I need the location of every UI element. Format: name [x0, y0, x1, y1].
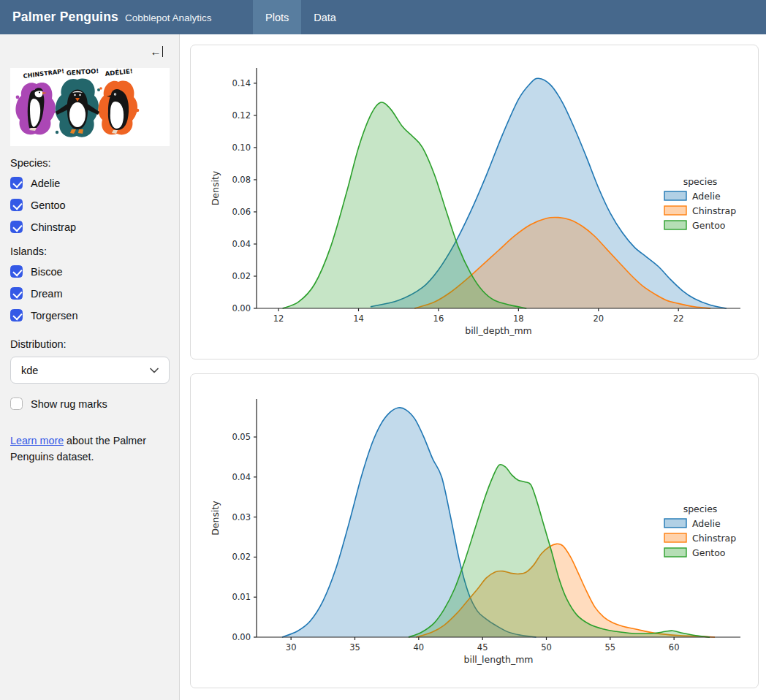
- dream-checkbox[interactable]: [10, 287, 23, 300]
- sidebar: ←: [0, 34, 180, 700]
- app-brand: Palmer Penguins Cobblepot Analytics: [0, 9, 253, 25]
- chevron-down-icon: [150, 368, 159, 373]
- y-axis-label: Density: [210, 501, 221, 536]
- legend-label-gentoo: Gentoo: [692, 220, 726, 231]
- app-title: Palmer Penguins: [12, 9, 118, 25]
- y-tick-label: 0.12: [232, 110, 251, 121]
- distribution-select-value: kde: [21, 365, 150, 376]
- nav-tabs: Plots Data: [253, 0, 349, 34]
- x-tick-label: 18: [513, 313, 524, 324]
- x-tick-label: 12: [273, 313, 284, 324]
- y-axis-label: Density: [210, 170, 221, 205]
- app-window: Palmer Penguins Cobblepot Analytics Plot…: [0, 0, 766, 700]
- y-tick-label: 0.02: [232, 271, 251, 281]
- dream-checkbox-label: Dream: [31, 288, 63, 300]
- species-section-label: Species:: [10, 157, 169, 169]
- legend-title: species: [683, 176, 718, 187]
- x-axis-label: bill_length_mm: [463, 654, 533, 665]
- checkbox-row-torgersen[interactable]: Torgersen: [10, 309, 169, 322]
- collapse-sidebar-icon[interactable]: ←: [151, 46, 164, 57]
- x-tick-label: 45: [477, 642, 488, 653]
- x-tick-label: 55: [605, 642, 616, 653]
- dataset-note: Learn more about the Palmer Penguins dat…: [10, 433, 156, 465]
- tab-plots[interactable]: Plots: [253, 0, 301, 34]
- density-plot-bill-length: 0.000.010.020.030.040.0530354045505560bi…: [191, 374, 758, 688]
- x-tick-label: 35: [349, 642, 360, 653]
- islands-section-label: Islands:: [10, 246, 169, 257]
- checkbox-row-adelie[interactable]: Adelie: [10, 177, 169, 189]
- y-tick-label: 0.04: [232, 472, 251, 482]
- bill-depth-plot-card: 0.000.020.040.060.080.100.120.1412141618…: [190, 45, 759, 359]
- y-tick-label: 0.06: [232, 207, 251, 217]
- legend-title: species: [683, 503, 718, 514]
- y-tick-label: 0.00: [232, 632, 251, 642]
- y-tick-label: 0.00: [232, 303, 251, 313]
- x-tick-label: 50: [541, 642, 552, 653]
- legend-label-chinstrap: Chinstrap: [692, 205, 736, 216]
- checkbox-row-chinstrap[interactable]: Chinstrap: [10, 221, 169, 233]
- x-tick-label: 22: [673, 313, 684, 324]
- x-tick-label: 16: [433, 313, 444, 324]
- chinstrap-checkbox-label: Chinstrap: [31, 221, 76, 233]
- legend-swatch-chinstrap: [664, 206, 686, 215]
- adelie-checkbox-label: Adelie: [31, 178, 60, 189]
- y-tick-label: 0.02: [232, 552, 251, 562]
- y-tick-label: 0.03: [232, 512, 251, 522]
- checkbox-row-biscoe[interactable]: Biscoe: [10, 265, 169, 278]
- y-tick-label: 0.05: [232, 432, 251, 442]
- penguins-artwork-image: CHINSTRAP! GENTOO! ADÉLIE!: [10, 68, 170, 146]
- checkbox-row-dream[interactable]: Dream: [10, 287, 169, 300]
- density-plot-bill-depth: 0.000.020.040.060.080.100.120.1412141618…: [191, 45, 758, 359]
- legend-label-adelie: Adelie: [692, 191, 721, 202]
- legend-label-chinstrap: Chinstrap: [692, 533, 736, 544]
- legend-label-adelie: Adelie: [692, 518, 721, 529]
- legend-swatch-gentoo: [664, 221, 686, 229]
- distribution-label: Distribution:: [10, 338, 169, 350]
- sidebar-header: ←: [10, 45, 169, 64]
- rug-checkbox[interactable]: [10, 397, 23, 410]
- adelie-checkbox[interactable]: [10, 177, 23, 189]
- rug-checkbox-label: Show rug marks: [31, 398, 107, 410]
- x-tick-label: 60: [669, 642, 680, 653]
- navbar: Palmer Penguins Cobblepot Analytics Plot…: [0, 0, 766, 34]
- distribution-select[interactable]: kde: [10, 357, 170, 384]
- chinstrap-checkbox[interactable]: [10, 221, 23, 233]
- legend-label-gentoo: Gentoo: [692, 547, 726, 558]
- x-axis-label: bill_depth_mm: [465, 325, 532, 336]
- x-tick-label: 40: [414, 642, 425, 653]
- biscoe-checkbox-label: Biscoe: [31, 266, 63, 278]
- y-tick-label: 0.14: [232, 78, 251, 88]
- torgersen-checkbox[interactable]: [10, 309, 23, 322]
- x-tick-label: 30: [286, 642, 297, 653]
- biscoe-checkbox[interactable]: [10, 265, 23, 278]
- x-tick-label: 20: [593, 313, 604, 324]
- y-tick-label: 0.10: [232, 142, 251, 153]
- checkbox-row-rug[interactable]: Show rug marks: [10, 397, 169, 410]
- gentoo-checkbox[interactable]: [10, 199, 23, 211]
- app-subtitle: Cobblepot Analytics: [125, 12, 212, 23]
- gentoo-checkbox-label: Gentoo: [31, 199, 66, 211]
- legend-swatch-gentoo: [664, 548, 686, 557]
- checkbox-row-gentoo[interactable]: Gentoo: [10, 199, 169, 211]
- main-content: 0.000.020.040.060.080.100.120.1412141618…: [181, 34, 766, 700]
- legend-swatch-adelie: [664, 519, 686, 528]
- y-tick-label: 0.08: [232, 175, 251, 185]
- legend-swatch-adelie: [664, 191, 686, 200]
- bill-length-plot-card: 0.000.010.020.030.040.0530354045505560bi…: [190, 373, 759, 688]
- y-tick-label: 0.01: [232, 592, 251, 602]
- learn-more-link[interactable]: Learn more: [10, 435, 64, 446]
- torgersen-checkbox-label: Torgersen: [31, 310, 77, 322]
- y-tick-label: 0.04: [232, 239, 251, 249]
- x-tick-label: 14: [353, 313, 364, 324]
- legend-swatch-chinstrap: [664, 533, 686, 542]
- tab-data[interactable]: Data: [301, 0, 349, 34]
